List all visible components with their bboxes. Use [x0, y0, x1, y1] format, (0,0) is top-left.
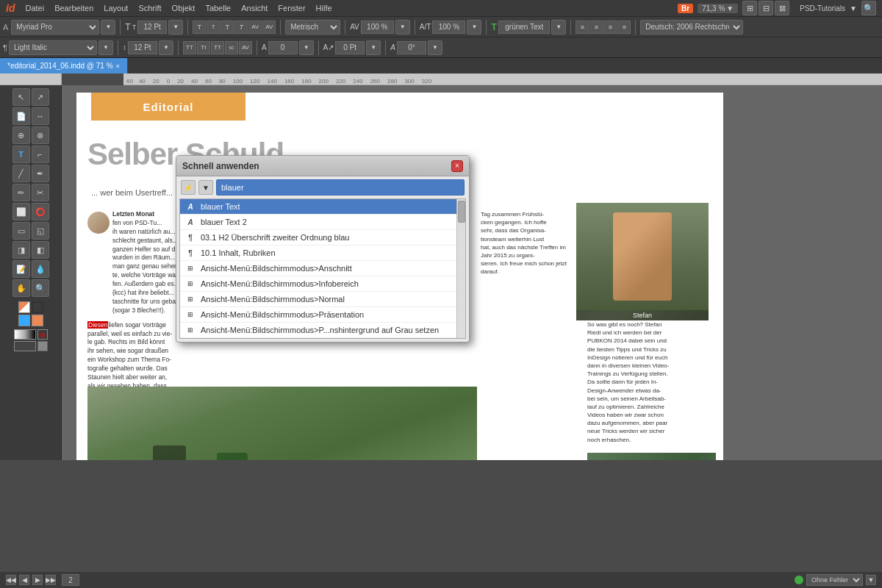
content-collector[interactable]: ⊕ — [12, 126, 30, 144]
menu-layout[interactable]: Layout — [99, 2, 132, 14]
line-tool[interactable]: ╱ — [12, 165, 30, 182]
font-family-arrow[interactable]: ▼ — [101, 20, 115, 35]
menu-ansicht[interactable]: Ansicht — [237, 2, 272, 14]
font-size-arrow1[interactable]: ▼ — [168, 20, 183, 35]
case-btn4[interactable]: sc — [225, 41, 238, 54]
rect-tool[interactable]: ▭ — [12, 222, 30, 240]
av-btn[interactable]: AV — [248, 21, 262, 34]
dialog-close-btn[interactable]: × — [451, 160, 463, 172]
av-btn2[interactable]: AV — [262, 21, 276, 34]
content-placer[interactable]: ⊗ — [32, 126, 49, 144]
pencil-tool[interactable]: ✏ — [12, 184, 30, 201]
eyedropper-tool[interactable]: 💧 — [32, 260, 49, 278]
scrollbar-thumb[interactable] — [458, 201, 465, 223]
align-justify[interactable]: ≡ — [617, 21, 631, 34]
stroke-swatch[interactable] — [32, 301, 43, 313]
align-left[interactable]: ≡ — [576, 21, 589, 34]
line-height-arrow[interactable]: ▼ — [159, 40, 173, 55]
menu-tabelle[interactable]: Tabelle — [201, 2, 235, 14]
skew-arrow[interactable]: ▼ — [428, 40, 442, 55]
type-tool[interactable]: T — [12, 146, 30, 163]
list-item-3[interactable]: ¶ 10.1 Inhalt, Rubriken — [180, 245, 465, 261]
dialog-scrollbar[interactable] — [456, 199, 465, 338]
tracking-arrow1[interactable]: ▼ — [395, 20, 410, 35]
av-btn3[interactable]: AV — [239, 41, 252, 54]
view-btn1[interactable]: ⊞ — [742, 1, 757, 15]
page-number-input[interactable] — [62, 574, 79, 586]
align-right[interactable]: ≡ — [603, 21, 617, 34]
note-tool[interactable]: 📝 — [12, 260, 30, 278]
search-btn[interactable]: 🔍 — [861, 1, 876, 15]
align-center[interactable]: ≡ — [589, 21, 603, 34]
error-select[interactable]: Ohne Fehler — [806, 574, 863, 586]
gradient-feather[interactable]: ◧ — [32, 241, 49, 259]
menu-bearbeiten[interactable]: Bearbeiten — [50, 2, 98, 14]
baseline-arrow[interactable]: ▼ — [299, 40, 314, 55]
text-swatch[interactable] — [37, 341, 48, 351]
font-family-select[interactable]: Myriad Pro — [11, 20, 99, 35]
case-btn3[interactable]: TT — [211, 41, 224, 54]
zoom-control[interactable]: 71,3 % ▼ — [698, 4, 738, 13]
menu-objekt[interactable]: Objekt — [168, 2, 200, 14]
direct-select-tool[interactable]: ↗ — [32, 88, 49, 106]
nav-prev-btn[interactable]: ◀ — [19, 575, 29, 585]
font-size-input1[interactable] — [137, 21, 167, 34]
nav-last-btn[interactable]: ▶▶ — [46, 575, 56, 585]
kern-arrow[interactable]: ▼ — [366, 40, 381, 55]
list-item-2[interactable]: ¶ 03.1 H2 Überschrift zweiter Ordnung bl… — [180, 230, 465, 245]
rect-frame-tool[interactable]: ⬜ — [12, 203, 30, 220]
gradient-swatch2[interactable] — [14, 329, 36, 340]
document-tab[interactable]: *editorial_2014_06.indd @ 71 % × — [0, 58, 128, 74]
menu-datei[interactable]: Datei — [21, 2, 49, 14]
list-item-7[interactable]: ⊞ Ansicht-Menü:Bildschirmmodus>Präsentat… — [180, 307, 465, 323]
text-btn-T3[interactable]: T — [220, 21, 234, 34]
frame-swatch[interactable] — [14, 341, 36, 351]
stroke-swatch2[interactable] — [32, 315, 43, 326]
menu-schrift[interactable]: Schrift — [134, 2, 165, 14]
menu-hilfe[interactable]: Hilfe — [312, 2, 337, 14]
nav-next-btn[interactable]: ▶ — [32, 575, 43, 585]
kern-input[interactable] — [335, 41, 365, 54]
free-transform[interactable]: ◱ — [32, 222, 49, 240]
ellipse-frame-tool[interactable]: ⭕ — [32, 203, 49, 220]
menu-fenster[interactable]: Fenster — [273, 2, 309, 14]
gap-tool[interactable]: ↔ — [32, 107, 49, 125]
fill-swatch[interactable] — [18, 301, 30, 313]
list-item-4[interactable]: ⊞ Ansicht-Menü:Bildschirmmodus>Anschnitt — [180, 261, 465, 276]
dialog-search-input[interactable] — [216, 179, 465, 196]
line-height-input[interactable] — [128, 41, 157, 54]
metrics-select[interactable]: Metrisch — [285, 20, 340, 35]
baseline-input[interactable] — [268, 41, 298, 54]
view-btn3[interactable]: ⊠ — [775, 1, 789, 15]
page-tool[interactable]: 📄 — [12, 107, 30, 125]
tracking-input1[interactable] — [361, 21, 394, 34]
pen-tool[interactable]: ✒ — [32, 165, 49, 182]
text-btn-T2[interactable]: T — [207, 21, 220, 34]
type-on-path[interactable]: ⌐ — [32, 146, 49, 163]
nav-first-btn[interactable]: ◀◀ — [6, 575, 16, 585]
tracking-arrow2[interactable]: ▼ — [467, 20, 481, 35]
para-style-arrow[interactable]: ▼ — [98, 40, 113, 55]
list-item-0[interactable]: A blauer Text — [180, 199, 465, 215]
schnell-anwenden-dialog[interactable]: Schnell anwenden × ⚡ ▼ A blauer Text — [176, 155, 470, 343]
dialog-lightning-btn[interactable]: ⚡ — [181, 180, 196, 195]
color-arrow[interactable]: ▼ — [551, 20, 566, 35]
bridge-btn[interactable]: Br — [678, 4, 693, 13]
tracking-input2[interactable] — [432, 21, 465, 34]
tab-close-btn[interactable]: × — [116, 62, 120, 70]
fill-swatch2[interactable] — [18, 315, 30, 326]
hand-tool[interactable]: ✋ — [12, 279, 30, 297]
color-input[interactable] — [498, 21, 550, 34]
case-btn2[interactable]: Tt — [197, 41, 210, 54]
view-btn2[interactable]: ⊟ — [759, 1, 773, 15]
zoom-tool[interactable]: 🔍 — [32, 279, 49, 297]
gradient-swatch[interactable]: ◨ — [12, 241, 30, 259]
case-btn1[interactable]: TT — [183, 41, 196, 54]
text-btn-T4[interactable]: T — [234, 21, 248, 34]
text-btn-T1[interactable]: T — [193, 21, 206, 34]
para-style-select[interactable]: Light Italic — [9, 40, 97, 55]
scissors-tool[interactable]: ✂ — [32, 184, 49, 201]
list-item-5[interactable]: ⊞ Ansicht-Menü:Bildschirmmodus>Infoberei… — [180, 276, 465, 292]
dialog-dropdown-btn[interactable]: ▼ — [198, 180, 213, 195]
list-item-8[interactable]: ⊞ Ansicht-Menü:Bildschirmmodus>P...nshin… — [180, 323, 465, 338]
